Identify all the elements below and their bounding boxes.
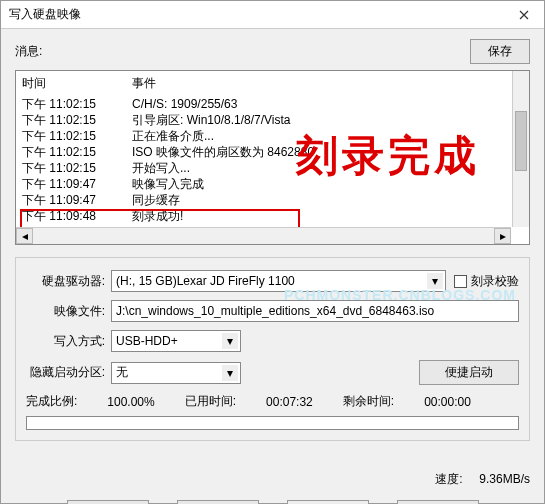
log-event: 开始写入... [132, 160, 523, 176]
log-time: 下午 11:02:15 [22, 96, 132, 112]
format-button[interactable]: 格式化 [67, 500, 149, 504]
drive-label: 硬盘驱动器: [26, 273, 111, 290]
speed-label: 速度: [435, 472, 462, 486]
chevron-down-icon: ▾ [427, 273, 443, 289]
log-row[interactable]: 下午 11:09:47映像写入完成 [22, 176, 523, 192]
log-time: 下午 11:09:47 [22, 176, 132, 192]
scroll-right-icon[interactable]: ▸ [494, 228, 511, 244]
progress-label: 完成比例: [26, 393, 77, 410]
log-event: C/H/S: 1909/255/63 [132, 96, 523, 112]
hidden-label: 隐藏启动分区: [26, 364, 111, 381]
chevron-down-icon: ▾ [222, 333, 238, 349]
remain-label: 剩余时间: [343, 393, 394, 410]
method-value: USB-HDD+ [116, 334, 178, 348]
progress-row: 完成比例: 100.00% 已用时间: 00:07:32 剩余时间: 00:00… [26, 393, 519, 410]
scroll-thumb[interactable] [515, 111, 527, 171]
back-button[interactable]: 返回 [397, 500, 479, 504]
log-row[interactable]: 下午 11:02:15引导扇区: Win10/8.1/8/7/Vista [22, 112, 523, 128]
dialog-window: 写入硬盘映像 消息: 保存 时间 事件 下午 11:02:15C/H/S: 19… [0, 0, 545, 504]
log-body: 下午 11:02:15C/H/S: 1909/255/63下午 11:02:15… [16, 96, 529, 226]
method-label: 写入方式: [26, 333, 111, 350]
drive-select[interactable]: (H:, 15 GB)Lexar JD FireFly 1100 ▾ [111, 270, 446, 292]
log-event: 引导扇区: Win10/8.1/8/7/Vista [132, 112, 523, 128]
chevron-down-icon: ▾ [222, 365, 238, 381]
log-event: 刻录成功! [132, 208, 523, 224]
log-panel: 时间 事件 下午 11:02:15C/H/S: 1909/255/63下午 11… [15, 70, 530, 245]
log-row[interactable]: 下午 11:02:15开始写入... [22, 160, 523, 176]
settings-group: 硬盘驱动器: (H:, 15 GB)Lexar JD FireFly 1100 … [15, 257, 530, 441]
log-row[interactable]: 下午 11:02:15ISO 映像文件的扇区数为 8462880 [22, 144, 523, 160]
button-row: 格式化 写入 终止[A] 返回 [1, 494, 544, 504]
h-scrollbar[interactable]: ◂ ▸ [16, 227, 511, 244]
image-path-value: J:\cn_windows_10_multiple_editions_x64_d… [116, 304, 434, 318]
v-scrollbar[interactable] [512, 71, 529, 227]
message-label: 消息: [15, 43, 470, 60]
log-time: 下午 11:02:15 [22, 144, 132, 160]
log-row[interactable]: 下午 11:09:47同步缓存 [22, 192, 523, 208]
speed-value: 9.36MB/s [479, 472, 530, 486]
close-button[interactable] [504, 1, 544, 28]
write-button[interactable]: 写入 [177, 500, 259, 504]
log-time: 下午 11:09:47 [22, 192, 132, 208]
log-time: 下午 11:02:15 [22, 160, 132, 176]
verify-checkbox[interactable]: 刻录校验 [454, 273, 519, 290]
progress-value: 100.00% [107, 395, 154, 409]
drive-value: (H:, 15 GB)Lexar JD FireFly 1100 [116, 274, 295, 288]
log-event: 同步缓存 [132, 192, 523, 208]
log-col-event: 事件 [132, 75, 523, 92]
verify-label: 刻录校验 [471, 273, 519, 290]
scroll-left-icon[interactable]: ◂ [16, 228, 33, 244]
titlebar: 写入硬盘映像 [1, 1, 544, 29]
log-time: 下午 11:02:15 [22, 112, 132, 128]
speed-row: 速度: 9.36MB/s [1, 461, 544, 494]
image-path-input[interactable]: J:\cn_windows_10_multiple_editions_x64_d… [111, 300, 519, 322]
boot-button[interactable]: 便捷启动 [419, 360, 519, 385]
save-button[interactable]: 保存 [470, 39, 530, 64]
abort-button[interactable]: 终止[A] [287, 500, 369, 504]
log-header: 时间 事件 [16, 71, 529, 96]
log-time: 下午 11:02:15 [22, 128, 132, 144]
log-row[interactable]: 下午 11:02:15C/H/S: 1909/255/63 [22, 96, 523, 112]
window-title: 写入硬盘映像 [9, 6, 536, 23]
progress-bar [26, 416, 519, 430]
log-event: 正在准备介质... [132, 128, 523, 144]
remain-value: 00:00:00 [424, 395, 471, 409]
elapsed-label: 已用时间: [185, 393, 236, 410]
log-event: 映像写入完成 [132, 176, 523, 192]
elapsed-value: 00:07:32 [266, 395, 313, 409]
log-row[interactable]: 下午 11:09:48刻录成功! [22, 208, 523, 224]
log-time: 下午 11:09:48 [22, 208, 132, 224]
hidden-value: 无 [116, 364, 128, 381]
close-icon [519, 10, 529, 20]
log-event: ISO 映像文件的扇区数为 8462880 [132, 144, 523, 160]
method-select[interactable]: USB-HDD+ ▾ [111, 330, 241, 352]
checkbox-box [454, 275, 467, 288]
image-label: 映像文件: [26, 303, 111, 320]
log-row[interactable]: 下午 11:02:15正在准备介质... [22, 128, 523, 144]
hidden-select[interactable]: 无 ▾ [111, 362, 241, 384]
log-col-time: 时间 [22, 75, 132, 92]
